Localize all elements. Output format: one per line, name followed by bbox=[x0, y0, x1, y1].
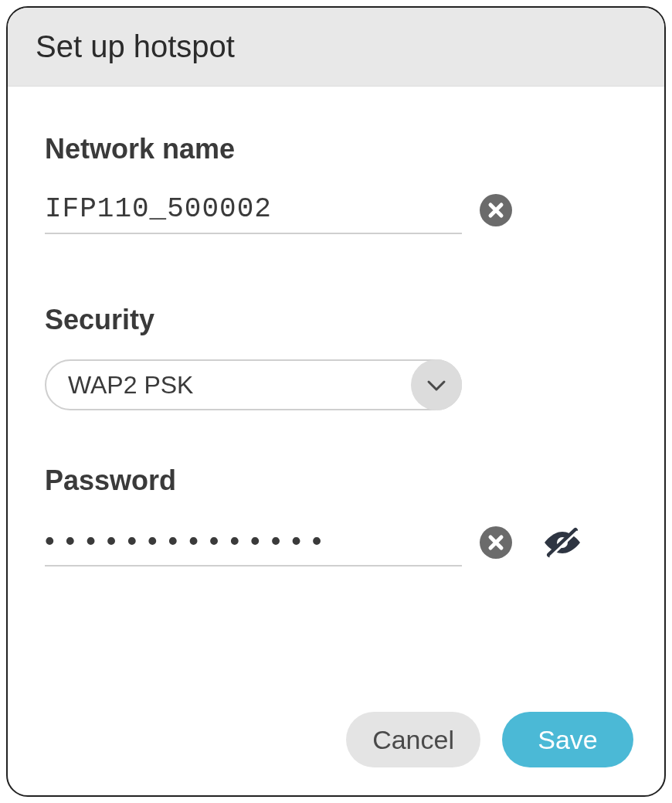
network-name-input[interactable] bbox=[45, 189, 462, 234]
security-selected-value: WAP2 PSK bbox=[68, 371, 193, 400]
cancel-button[interactable]: Cancel bbox=[346, 712, 480, 767]
dialog-header: Set up hotspot bbox=[8, 8, 664, 87]
dialog-title: Set up hotspot bbox=[36, 29, 636, 64]
close-circle-icon bbox=[480, 194, 512, 229]
network-name-group: Network name bbox=[45, 133, 627, 234]
dialog-footer: Cancel Save bbox=[8, 712, 664, 795]
clear-network-name-button[interactable] bbox=[479, 195, 513, 229]
toggle-password-visibility-button[interactable] bbox=[545, 526, 579, 560]
eye-off-icon bbox=[541, 527, 583, 560]
password-row bbox=[45, 520, 627, 567]
security-group: Security WAP2 PSK bbox=[45, 304, 627, 410]
security-select[interactable]: WAP2 PSK bbox=[45, 359, 462, 410]
chevron-down-icon bbox=[411, 359, 462, 410]
hotspot-setup-dialog: Set up hotspot Network name Securit bbox=[6, 6, 666, 797]
clear-password-button[interactable] bbox=[479, 526, 513, 560]
network-name-label: Network name bbox=[45, 133, 627, 165]
dialog-body: Network name Security WAP2 PSK bbox=[8, 87, 664, 712]
security-label: Security bbox=[45, 304, 627, 336]
password-label: Password bbox=[45, 464, 627, 497]
network-name-row bbox=[45, 189, 627, 234]
password-group: Password bbox=[45, 464, 627, 567]
save-button[interactable]: Save bbox=[502, 712, 633, 767]
close-circle-icon bbox=[480, 526, 512, 561]
password-input[interactable] bbox=[45, 520, 462, 567]
